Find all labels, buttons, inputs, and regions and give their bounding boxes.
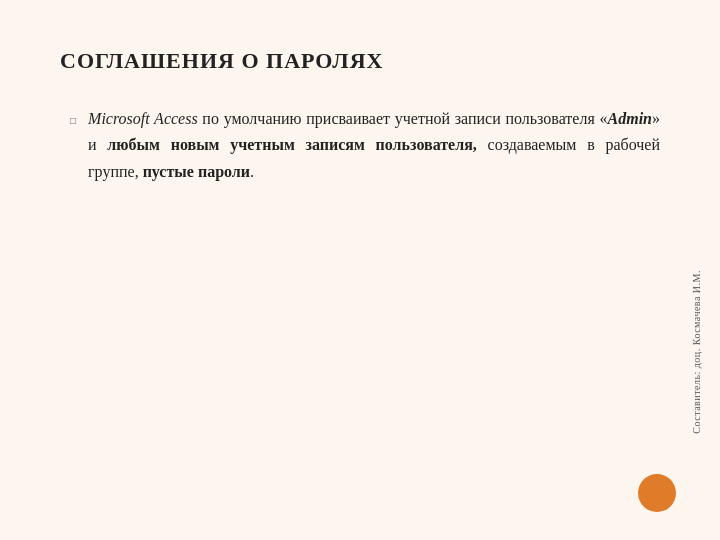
bullet-marker: □ — [70, 109, 76, 130]
text-microsoft: Microsoft — [88, 110, 154, 127]
text-new-accounts: любым новым учетным записям пользователя… — [107, 136, 476, 153]
orange-circle — [638, 474, 676, 512]
text-empty-passwords: пустые пароли — [143, 163, 250, 180]
text-period: . — [250, 163, 254, 180]
text-default: по умолчанию присваивает учетной записи … — [198, 110, 608, 127]
side-label: Составитель: доц. Космачева И.М. — [691, 270, 702, 434]
slide: Соглашения о паролях □ Microsoft Access … — [0, 0, 720, 540]
bullet-item: □ Microsoft Access по умолчанию присваив… — [70, 106, 660, 185]
slide-title: Соглашения о паролях — [60, 48, 660, 74]
content-area: □ Microsoft Access по умолчанию присваив… — [60, 106, 660, 185]
text-admin: Admin — [608, 110, 652, 127]
bullet-text: Microsoft Access по умолчанию присваивае… — [88, 106, 660, 185]
text-access: Access — [154, 110, 198, 127]
